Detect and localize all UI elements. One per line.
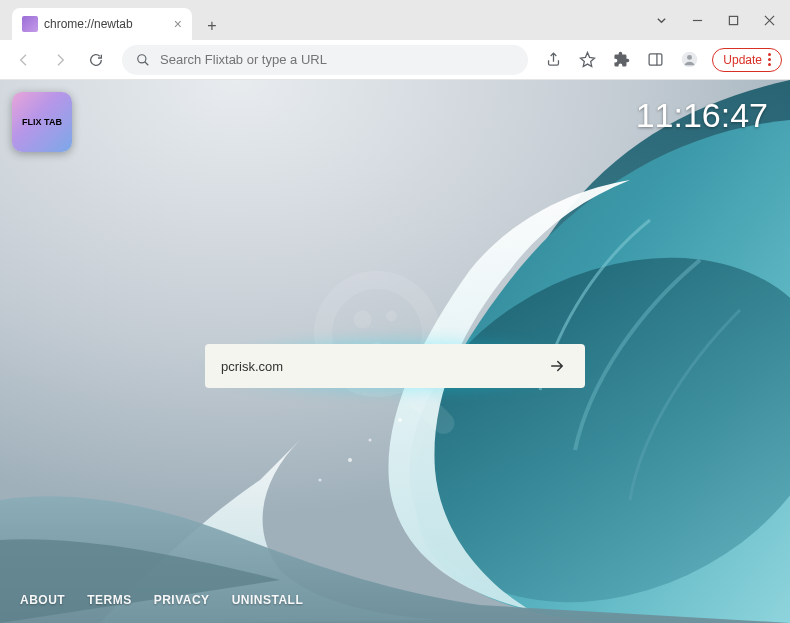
search-input[interactable] xyxy=(221,359,545,374)
minimize-button[interactable] xyxy=(680,5,714,35)
forward-button[interactable] xyxy=(44,44,76,76)
extensions-icon[interactable] xyxy=(606,45,636,75)
tab-title: chrome://newtab xyxy=(44,17,133,31)
side-panel-icon[interactable] xyxy=(640,45,670,75)
menu-dots-icon xyxy=(768,53,771,66)
footer-link-terms[interactable]: TERMS xyxy=(87,593,132,607)
update-label: Update xyxy=(723,53,762,67)
footer-link-uninstall[interactable]: UNINSTALL xyxy=(232,593,304,607)
maximize-button[interactable] xyxy=(716,5,750,35)
search-icon xyxy=(136,53,150,67)
footer-links: ABOUT TERMS PRIVACY UNINSTALL xyxy=(20,593,303,607)
new-tab-button[interactable]: + xyxy=(198,12,226,40)
svg-point-7 xyxy=(348,458,352,462)
logo-text: FLIX TAB xyxy=(12,92,72,152)
reload-button[interactable] xyxy=(80,44,112,76)
search-box[interactable] xyxy=(205,344,585,388)
bookmark-icon[interactable] xyxy=(572,45,602,75)
tab-strip: chrome://newtab × + xyxy=(4,0,226,40)
page-search xyxy=(205,344,585,388)
clock-display: 11:16:47 xyxy=(636,96,768,135)
chevron-down-icon[interactable] xyxy=(644,5,678,35)
svg-point-10 xyxy=(319,479,322,482)
update-button[interactable]: Update xyxy=(712,48,782,72)
footer-link-about[interactable]: ABOUT xyxy=(20,593,65,607)
svg-rect-0 xyxy=(729,16,737,24)
svg-point-1 xyxy=(138,54,146,62)
close-window-button[interactable] xyxy=(752,5,786,35)
plus-icon: + xyxy=(207,17,216,35)
newtab-page: FLIX TAB 11:16:47 ABOUT TERMS PRIVACY UN… xyxy=(0,80,790,623)
tab-favicon xyxy=(22,16,38,32)
arrow-right-icon xyxy=(548,357,566,375)
back-button[interactable] xyxy=(8,44,40,76)
share-icon[interactable] xyxy=(538,45,568,75)
address-bar[interactable] xyxy=(122,45,528,75)
svg-point-8 xyxy=(369,439,372,442)
close-tab-icon[interactable]: × xyxy=(174,16,182,32)
window-titlebar: chrome://newtab × + xyxy=(0,0,790,40)
footer-link-privacy[interactable]: PRIVACY xyxy=(154,593,210,607)
svg-rect-2 xyxy=(649,54,662,65)
svg-point-4 xyxy=(687,55,692,60)
omnibox-input[interactable] xyxy=(160,52,514,67)
browser-toolbar: Update xyxy=(0,40,790,80)
browser-tab[interactable]: chrome://newtab × xyxy=(12,8,192,40)
flixtab-logo[interactable]: FLIX TAB xyxy=(12,92,72,152)
svg-point-9 xyxy=(398,418,402,422)
window-controls xyxy=(644,5,786,35)
profile-icon[interactable] xyxy=(674,45,704,75)
search-submit-button[interactable] xyxy=(545,357,569,375)
